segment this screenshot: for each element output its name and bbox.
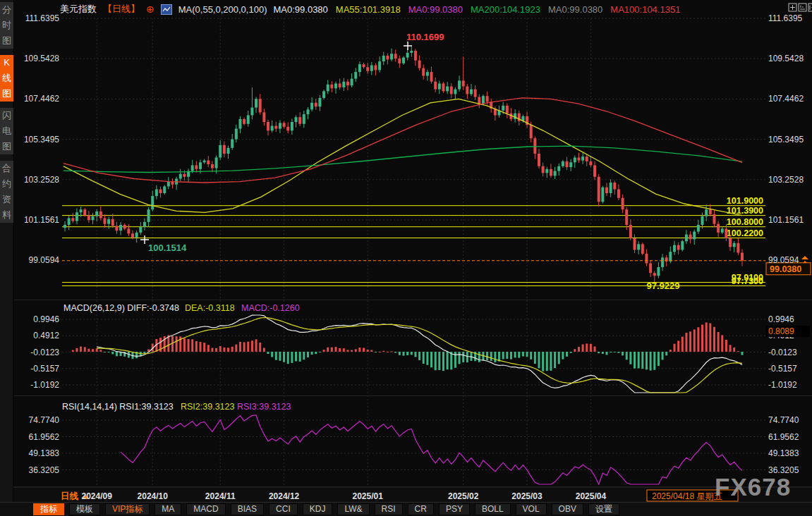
candle-body: [103, 218, 106, 223]
toolbar-button-MA[interactable]: MA: [154, 503, 181, 515]
macd-axis-label-left: -1.0192: [30, 380, 59, 390]
macd-hist-bar: [243, 342, 246, 351]
sidebar-tab-闪电图[interactable]: 闪电图: [0, 108, 13, 154]
candle-body: [502, 106, 504, 111]
candle-body: [115, 226, 118, 231]
ma-value-3: MA200:104.1923: [471, 4, 540, 15]
candle-body: [195, 165, 198, 168]
toolbar-button-设置[interactable]: 设置: [588, 503, 619, 515]
candle-body: [92, 216, 95, 220]
candle-body: [199, 162, 202, 169]
macd-hist-bar: [713, 327, 715, 352]
macd-hist-bar: [522, 352, 524, 357]
macd-hist-bar: [291, 352, 293, 363]
sidebar-tab-合约资料[interactable]: 合约资料: [0, 161, 13, 223]
macd-hist-bar: [370, 350, 372, 352]
chart-type-sidebar: 分时图K线图闪电图合约资料: [0, 0, 13, 502]
macd-hist-bar: [203, 343, 205, 352]
toolbar-button-BIAS[interactable]: BIAS: [231, 503, 264, 515]
macd-axis-label-left: -0.0123: [30, 348, 59, 357]
macd-hist-bar: [363, 348, 365, 351]
candle-body: [725, 228, 727, 238]
crosshair-icon[interactable]: [788, 3, 797, 12]
macd-hist-bar: [586, 343, 588, 351]
candle-body: [557, 166, 560, 171]
macd-hist-bar: [334, 347, 337, 352]
chart-style-icon[interactable]: [161, 4, 172, 15]
candle-body: [262, 112, 265, 122]
chart-title-bar: 美元指数 【日线】 ⊕ MA(0,55,0,200,0,100) MA0:99.…: [60, 3, 680, 16]
candle-body: [634, 238, 636, 250]
add-indicator-icon[interactable]: ⊕: [146, 4, 154, 15]
macd-hist-bar: [550, 352, 552, 371]
candle-body: [107, 219, 110, 224]
toolbar-button-MACD[interactable]: MACD: [186, 503, 225, 515]
toolbar-button-KDJ[interactable]: KDJ: [303, 503, 333, 515]
toolbar-button-CCI[interactable]: CCI: [269, 503, 298, 515]
ma-value-1: MA55:101.3918: [336, 4, 401, 15]
candle-body: [363, 64, 365, 67]
macd-hist-bar: [199, 342, 201, 352]
period-label[interactable]: 【日线】: [103, 3, 140, 16]
macd-hist-bar: [84, 347, 86, 352]
macd-hist-bar: [231, 347, 234, 352]
candle-body: [653, 273, 656, 276]
macd-hist-bar: [375, 352, 377, 352]
candle-body: [235, 129, 238, 140]
split-pane-icon[interactable]: [808, 3, 812, 12]
candle-body: [414, 51, 417, 61]
candle-body: [641, 244, 644, 254]
candle-body: [247, 115, 250, 123]
candle-body: [390, 54, 393, 59]
candle-body: [238, 119, 241, 129]
macd-hist-bar: [530, 352, 532, 360]
candle-body: [542, 166, 545, 173]
candle-body: [470, 90, 473, 94]
macd-hist-bar: [554, 352, 556, 368]
macd-hist-bar: [80, 347, 82, 352]
macd-hist-bar: [315, 352, 317, 354]
macd-hist-bar: [558, 352, 560, 364]
macd-hist-bar: [737, 351, 739, 352]
macd-hist-bar: [343, 348, 345, 352]
candle-body: [709, 209, 712, 214]
toolbar-button-PSY[interactable]: PSY: [439, 503, 470, 515]
toolbar-button-VOL[interactable]: VOL: [516, 503, 547, 515]
toolbar-button-VIP指标[interactable]: VIP指标: [105, 503, 150, 515]
macd-right-value: 0.8089: [768, 326, 794, 336]
sidebar-tab-分时图[interactable]: 分时图: [0, 2, 13, 49]
candle-body: [533, 138, 536, 154]
candle-body: [370, 66, 373, 71]
candle-body: [450, 87, 453, 94]
candle-body: [259, 99, 262, 112]
candle-body: [291, 122, 293, 130]
toolbar-button-RSI[interactable]: RSI: [375, 503, 403, 515]
rsi-header: RSI(14,14,14) RSI1:39.3123: [62, 402, 174, 412]
macd-hist-bar: [387, 352, 389, 352]
macd-hist-bar: [423, 352, 425, 364]
macd-hist-bar: [235, 345, 237, 352]
macd-hist-bar: [658, 352, 660, 366]
macd-hist-bar: [641, 352, 643, 369]
sidebar-tab-K线图[interactable]: K线图: [0, 55, 13, 102]
macd-hist-bar: [721, 335, 723, 352]
toolbar-button-BOLL[interactable]: BOLL: [475, 503, 511, 515]
new-pane-icon[interactable]: [798, 3, 807, 12]
candle-body: [231, 140, 234, 148]
macd-hist-bar: [207, 345, 210, 352]
candle-body: [203, 161, 206, 163]
toolbar-button-模板[interactable]: 模板: [69, 503, 100, 515]
candle-body: [649, 264, 652, 274]
toolbar-button-CR[interactable]: CR: [408, 503, 434, 515]
macd-hist-bar: [662, 352, 664, 360]
candle-body: [322, 91, 325, 98]
macd-hist-bar: [227, 348, 229, 352]
macd-hist-bar: [116, 352, 118, 356]
macd-hist-bar: [323, 350, 325, 352]
toolbar-button-指标[interactable]: 指标: [33, 503, 64, 515]
candle-body: [737, 243, 739, 253]
macd-hist-bar: [358, 348, 360, 352]
toolbar-button-OBV[interactable]: OBV: [552, 503, 583, 515]
toolbar-button-LW&[interactable]: LW&: [337, 503, 369, 515]
macd-hist-bar: [582, 344, 584, 351]
